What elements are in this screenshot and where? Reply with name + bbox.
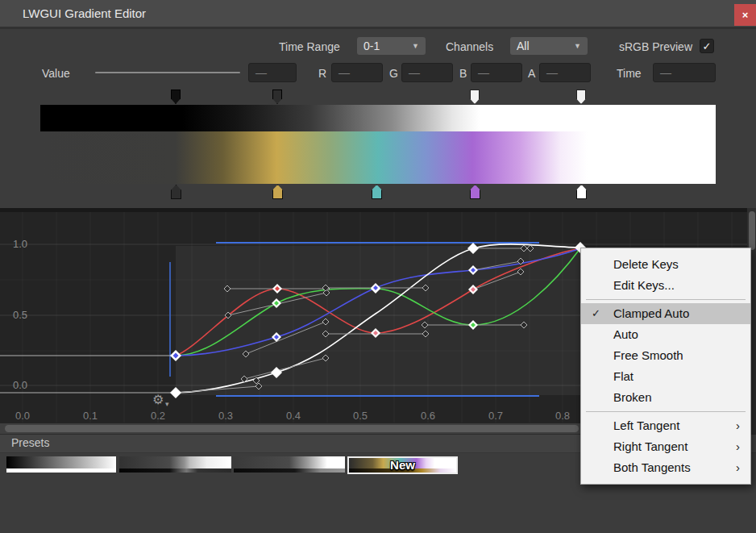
a-field[interactable]: — xyxy=(539,63,591,82)
value-label: Value xyxy=(42,67,70,80)
horizontal-scrollbar-thumb[interactable] xyxy=(5,425,579,432)
color-key-marker[interactable] xyxy=(576,185,587,199)
r-field[interactable]: — xyxy=(331,63,383,82)
close-button[interactable]: × xyxy=(734,4,756,26)
a-label: A xyxy=(528,67,535,80)
b-field[interactable]: — xyxy=(471,63,522,82)
panel-top-edge xyxy=(0,208,756,212)
menu-item-edit-keys[interactable]: Edit Keys... xyxy=(581,275,750,296)
b-label: B xyxy=(459,67,467,80)
gear-caret-icon[interactable]: ▾ xyxy=(165,400,169,408)
srgb-preview-checkbox[interactable]: ✓ xyxy=(700,39,714,53)
alpha-key-marker[interactable] xyxy=(171,90,181,104)
alpha-key-marker[interactable] xyxy=(470,90,480,104)
chevron-down-icon: ▼ xyxy=(412,42,419,50)
menu-item-right-tangent[interactable]: Right Tangent › xyxy=(581,436,750,457)
srgb-preview-label: sRGB Preview xyxy=(619,40,692,53)
time-range-dropdown[interactable]: 0-1 ▼ xyxy=(357,37,426,55)
menu-item-auto[interactable]: Auto xyxy=(581,324,750,345)
time-range-value: 0-1 xyxy=(363,40,380,52)
x-tick: 0.4 xyxy=(286,410,301,422)
color-key-marker[interactable] xyxy=(470,185,480,199)
x-tick: 0.2 xyxy=(151,410,165,422)
menu-item-broken[interactable]: Broken xyxy=(581,387,750,408)
x-tick: 0.7 xyxy=(488,410,503,422)
x-tick: 0.1 xyxy=(83,410,98,422)
color-key-marker[interactable] xyxy=(171,185,181,199)
gradient-color-strip[interactable] xyxy=(40,131,716,184)
x-tick: 0.6 xyxy=(421,410,435,422)
time-range-label: Time Range xyxy=(279,40,340,53)
x-tick: 0.5 xyxy=(353,410,368,422)
menu-item-clamped-auto[interactable]: ✓ Clamped Auto xyxy=(581,303,750,324)
menu-item-delete-keys[interactable]: Delete Keys xyxy=(581,254,750,275)
color-key-marker[interactable] xyxy=(272,185,283,199)
menu-item-left-tangent[interactable]: Left Tangent › xyxy=(581,415,750,436)
time-label: Time xyxy=(617,67,642,80)
preset-swatch-2[interactable] xyxy=(119,456,231,473)
y-tick-0: 0.0 xyxy=(13,379,27,391)
preset-swatch-3[interactable] xyxy=(234,456,345,473)
chevron-right-icon: › xyxy=(736,457,740,478)
value-field[interactable]: — xyxy=(248,63,297,82)
color-key-marker[interactable] xyxy=(372,185,382,199)
gear-icon[interactable]: ⚙ xyxy=(152,393,164,406)
x-tick: 0.3 xyxy=(218,410,233,422)
value-slider[interactable] xyxy=(95,72,240,73)
alpha-key-marker[interactable] xyxy=(576,90,586,104)
menu-separator xyxy=(586,299,746,300)
x-tick: 0.0 xyxy=(15,410,30,422)
chevron-right-icon: › xyxy=(736,415,740,436)
r-label: R xyxy=(318,67,326,80)
vertical-scrollbar-thumb[interactable] xyxy=(749,211,755,250)
channels-value: All xyxy=(517,40,530,52)
preset-new-label: New xyxy=(349,458,456,472)
channels-label: Channels xyxy=(446,40,493,53)
preset-swatch-1[interactable] xyxy=(6,456,116,473)
channels-dropdown[interactable]: All ▼ xyxy=(510,37,588,55)
menu-item-free-smooth[interactable]: Free Smooth xyxy=(581,345,750,366)
x-tick: 0.8 xyxy=(555,410,570,422)
preset-swatch-new[interactable]: New xyxy=(347,456,458,474)
title-bar: LWGUI Gradient Editor × xyxy=(0,0,756,29)
y-tick-1: 1.0 xyxy=(13,238,27,250)
menu-separator xyxy=(586,411,746,412)
presets-header: Presets xyxy=(11,436,49,449)
gradient-alpha-strip[interactable] xyxy=(40,105,716,131)
g-field[interactable]: — xyxy=(401,63,453,82)
menu-item-flat[interactable]: Flat xyxy=(581,366,750,387)
window-title: LWGUI Gradient Editor xyxy=(23,6,146,20)
menu-item-both-tangents[interactable]: Both Tangents › xyxy=(581,457,750,478)
g-label: G xyxy=(389,67,398,80)
time-field[interactable]: — xyxy=(653,63,716,82)
alpha-key-marker[interactable] xyxy=(272,90,282,104)
chevron-right-icon: › xyxy=(736,436,740,457)
check-icon: ✓ xyxy=(592,303,600,324)
chevron-down-icon: ▼ xyxy=(574,42,581,50)
check-icon: ✓ xyxy=(703,40,712,52)
y-tick-05: 0.5 xyxy=(13,309,27,321)
context-menu: Delete Keys Edit Keys... ✓ Clamped Auto … xyxy=(580,248,751,485)
